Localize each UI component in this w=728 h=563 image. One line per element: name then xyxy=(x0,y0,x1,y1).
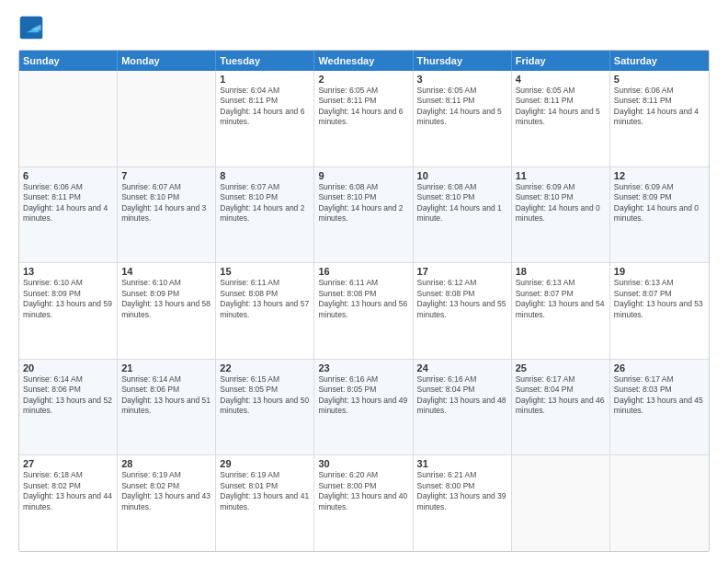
cell-sun-info: Sunrise: 6:07 AM Sunset: 8:10 PM Dayligh… xyxy=(121,182,211,224)
cell-sun-info: Sunrise: 6:09 AM Sunset: 8:09 PM Dayligh… xyxy=(614,182,705,224)
cell-sun-info: Sunrise: 6:15 AM Sunset: 8:05 PM Dayligh… xyxy=(220,374,310,417)
calendar-cell: 18Sunrise: 6:13 AM Sunset: 8:07 PM Dayli… xyxy=(512,263,610,359)
calendar-row-2: 13Sunrise: 6:10 AM Sunset: 8:09 PM Dayli… xyxy=(19,263,709,360)
cell-sun-info: Sunrise: 6:08 AM Sunset: 8:10 PM Dayligh… xyxy=(417,182,507,224)
page-header xyxy=(18,15,710,40)
cell-sun-info: Sunrise: 6:09 AM Sunset: 8:10 PM Dayligh… xyxy=(516,182,606,224)
calendar-cell: 14Sunrise: 6:10 AM Sunset: 8:09 PM Dayli… xyxy=(118,263,216,359)
day-number: 26 xyxy=(614,362,705,373)
calendar-cell: 23Sunrise: 6:16 AM Sunset: 8:05 PM Dayli… xyxy=(314,360,413,455)
logo xyxy=(18,15,48,40)
calendar-cell: 7Sunrise: 6:07 AM Sunset: 8:10 PM Daylig… xyxy=(118,167,216,263)
day-number: 5 xyxy=(614,74,705,85)
day-number: 10 xyxy=(417,170,507,181)
calendar-cell: 5Sunrise: 6:06 AM Sunset: 8:11 PM Daylig… xyxy=(610,71,709,167)
calendar-cell xyxy=(610,455,709,551)
calendar: SundayMondayTuesdayWednesdayThursdayFrid… xyxy=(18,50,710,552)
cell-sun-info: Sunrise: 6:06 AM Sunset: 8:11 PM Dayligh… xyxy=(614,86,705,128)
day-number: 9 xyxy=(318,170,408,181)
calendar-row-0: 1Sunrise: 6:04 AM Sunset: 8:11 PM Daylig… xyxy=(19,71,709,167)
calendar-body: 1Sunrise: 6:04 AM Sunset: 8:11 PM Daylig… xyxy=(19,71,709,551)
cell-sun-info: Sunrise: 6:08 AM Sunset: 8:10 PM Dayligh… xyxy=(318,182,408,224)
cell-sun-info: Sunrise: 6:05 AM Sunset: 8:11 PM Dayligh… xyxy=(318,86,408,128)
day-number: 30 xyxy=(318,458,408,469)
calendar-row-4: 27Sunrise: 6:18 AM Sunset: 8:02 PM Dayli… xyxy=(19,455,709,551)
cell-sun-info: Sunrise: 6:14 AM Sunset: 8:06 PM Dayligh… xyxy=(121,374,211,417)
calendar-cell: 9Sunrise: 6:08 AM Sunset: 8:10 PM Daylig… xyxy=(314,167,413,263)
day-number: 6 xyxy=(23,170,113,181)
cell-sun-info: Sunrise: 6:13 AM Sunset: 8:07 PM Dayligh… xyxy=(614,278,705,320)
cell-sun-info: Sunrise: 6:16 AM Sunset: 8:04 PM Dayligh… xyxy=(417,374,507,417)
calendar-header-monday: Monday xyxy=(118,51,216,71)
calendar-cell: 8Sunrise: 6:07 AM Sunset: 8:10 PM Daylig… xyxy=(216,167,314,263)
day-number: 28 xyxy=(121,458,211,469)
calendar-cell: 20Sunrise: 6:14 AM Sunset: 8:06 PM Dayli… xyxy=(19,360,118,455)
calendar-cell: 13Sunrise: 6:10 AM Sunset: 8:09 PM Dayli… xyxy=(19,263,118,359)
cell-sun-info: Sunrise: 6:06 AM Sunset: 8:11 PM Dayligh… xyxy=(23,182,113,224)
cell-sun-info: Sunrise: 6:13 AM Sunset: 8:07 PM Dayligh… xyxy=(516,278,606,320)
calendar-cell: 21Sunrise: 6:14 AM Sunset: 8:06 PM Dayli… xyxy=(118,360,216,455)
cell-sun-info: Sunrise: 6:19 AM Sunset: 8:01 PM Dayligh… xyxy=(220,470,310,512)
cell-sun-info: Sunrise: 6:10 AM Sunset: 8:09 PM Dayligh… xyxy=(121,278,211,320)
cell-sun-info: Sunrise: 6:19 AM Sunset: 8:02 PM Dayligh… xyxy=(121,470,211,512)
cell-sun-info: Sunrise: 6:07 AM Sunset: 8:10 PM Dayligh… xyxy=(220,182,310,224)
cell-sun-info: Sunrise: 6:14 AM Sunset: 8:06 PM Dayligh… xyxy=(23,374,113,417)
calendar-header-friday: Friday xyxy=(512,51,610,71)
day-number: 14 xyxy=(121,266,211,277)
calendar-header-wednesday: Wednesday xyxy=(314,51,413,71)
day-number: 27 xyxy=(23,458,113,469)
calendar-cell xyxy=(19,71,118,167)
calendar-header-thursday: Thursday xyxy=(414,51,512,71)
calendar-cell: 12Sunrise: 6:09 AM Sunset: 8:09 PM Dayli… xyxy=(610,167,709,263)
day-number: 25 xyxy=(516,362,606,373)
calendar-cell: 29Sunrise: 6:19 AM Sunset: 8:01 PM Dayli… xyxy=(216,455,314,551)
logo-icon xyxy=(18,15,44,40)
day-number: 7 xyxy=(121,170,211,181)
day-number: 2 xyxy=(318,74,408,85)
day-number: 1 xyxy=(220,74,310,85)
day-number: 8 xyxy=(220,170,310,181)
calendar-cell: 4Sunrise: 6:05 AM Sunset: 8:11 PM Daylig… xyxy=(512,71,610,167)
calendar-cell: 10Sunrise: 6:08 AM Sunset: 8:10 PM Dayli… xyxy=(414,167,512,263)
cell-sun-info: Sunrise: 6:10 AM Sunset: 8:09 PM Dayligh… xyxy=(23,278,113,320)
day-number: 20 xyxy=(23,362,113,373)
day-number: 13 xyxy=(23,266,113,277)
cell-sun-info: Sunrise: 6:11 AM Sunset: 8:08 PM Dayligh… xyxy=(220,278,310,320)
day-number: 15 xyxy=(220,266,310,277)
day-number: 24 xyxy=(417,362,507,373)
calendar-cell: 1Sunrise: 6:04 AM Sunset: 8:11 PM Daylig… xyxy=(216,71,314,167)
day-number: 22 xyxy=(220,362,310,373)
day-number: 17 xyxy=(417,266,507,277)
cell-sun-info: Sunrise: 6:16 AM Sunset: 8:05 PM Dayligh… xyxy=(318,374,408,417)
calendar-cell: 31Sunrise: 6:21 AM Sunset: 8:00 PM Dayli… xyxy=(414,455,512,551)
calendar-header-saturday: Saturday xyxy=(610,51,709,71)
cell-sun-info: Sunrise: 6:05 AM Sunset: 8:11 PM Dayligh… xyxy=(417,86,507,128)
calendar-cell: 25Sunrise: 6:17 AM Sunset: 8:04 PM Dayli… xyxy=(512,360,610,455)
day-number: 4 xyxy=(516,74,606,85)
day-number: 19 xyxy=(614,266,705,277)
calendar-cell: 15Sunrise: 6:11 AM Sunset: 8:08 PM Dayli… xyxy=(216,263,314,359)
cell-sun-info: Sunrise: 6:12 AM Sunset: 8:08 PM Dayligh… xyxy=(417,278,507,320)
calendar-header: SundayMondayTuesdayWednesdayThursdayFrid… xyxy=(19,51,709,71)
cell-sun-info: Sunrise: 6:17 AM Sunset: 8:04 PM Dayligh… xyxy=(516,374,606,417)
calendar-cell: 22Sunrise: 6:15 AM Sunset: 8:05 PM Dayli… xyxy=(216,360,314,455)
calendar-cell: 6Sunrise: 6:06 AM Sunset: 8:11 PM Daylig… xyxy=(19,167,118,263)
cell-sun-info: Sunrise: 6:05 AM Sunset: 8:11 PM Dayligh… xyxy=(516,86,606,128)
calendar-cell: 3Sunrise: 6:05 AM Sunset: 8:11 PM Daylig… xyxy=(414,71,512,167)
calendar-header-sunday: Sunday xyxy=(19,51,118,71)
calendar-cell: 30Sunrise: 6:20 AM Sunset: 8:00 PM Dayli… xyxy=(314,455,413,551)
calendar-cell xyxy=(512,455,610,551)
cell-sun-info: Sunrise: 6:20 AM Sunset: 8:00 PM Dayligh… xyxy=(318,470,408,512)
calendar-cell: 24Sunrise: 6:16 AM Sunset: 8:04 PM Dayli… xyxy=(414,360,512,455)
day-number: 29 xyxy=(220,458,310,469)
calendar-cell: 2Sunrise: 6:05 AM Sunset: 8:11 PM Daylig… xyxy=(314,71,413,167)
calendar-header-tuesday: Tuesday xyxy=(216,51,314,71)
calendar-cell: 26Sunrise: 6:17 AM Sunset: 8:03 PM Dayli… xyxy=(610,360,709,455)
day-number: 16 xyxy=(318,266,408,277)
cell-sun-info: Sunrise: 6:04 AM Sunset: 8:11 PM Dayligh… xyxy=(220,86,310,128)
day-number: 31 xyxy=(417,458,507,469)
day-number: 23 xyxy=(318,362,408,373)
calendar-cell: 17Sunrise: 6:12 AM Sunset: 8:08 PM Dayli… xyxy=(414,263,512,359)
calendar-cell: 19Sunrise: 6:13 AM Sunset: 8:07 PM Dayli… xyxy=(610,263,709,359)
day-number: 18 xyxy=(516,266,606,277)
